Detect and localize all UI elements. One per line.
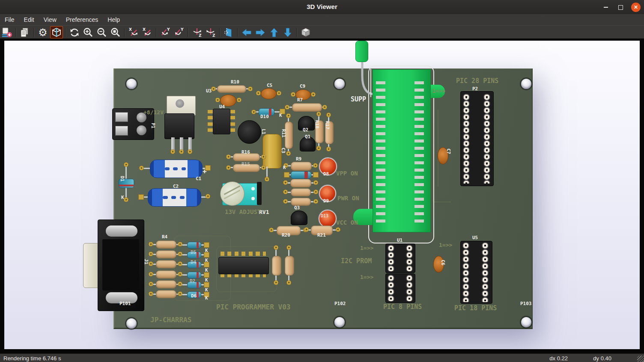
- svg-text:X: X: [143, 27, 146, 32]
- rendering-time-text: Rendering time 6.746 s: [3, 355, 61, 362]
- arrow-down-icon: [282, 27, 293, 38]
- toolbar-separator: [296, 28, 297, 37]
- 3d-cube-icon: [51, 27, 62, 38]
- minimize-button[interactable]: [601, 3, 611, 12]
- component-ref-label: U5: [472, 235, 478, 240]
- zoom-out-icon: [96, 27, 107, 38]
- component-ref-label: K: [205, 296, 208, 300]
- copy-image-icon: [19, 27, 30, 38]
- board-labels-layer: U3R10C5C9R7U4D10KQ2Q1R18R17R11C3L1R16R15…: [114, 69, 532, 328]
- title-bar: 3D Viewer ✕: [0, 0, 644, 14]
- refresh-view-button[interactable]: [68, 26, 81, 39]
- component-ref-label: C2: [173, 184, 179, 189]
- component-ref-label: R16: [242, 150, 250, 154]
- move-left-button[interactable]: [240, 26, 253, 39]
- flip-board-button[interactable]: [222, 26, 235, 39]
- menu-preferences[interactable]: Preferences: [61, 15, 103, 25]
- orthographic-projection-button[interactable]: [299, 26, 312, 39]
- svg-text:Z: Z: [212, 33, 215, 38]
- move-down-button[interactable]: [281, 26, 294, 39]
- rotate-x-cw-icon: X: [128, 27, 139, 38]
- menu-file[interactable]: File: [0, 15, 19, 25]
- component-ref-label: Q3: [294, 205, 300, 210]
- dx-value: dx 0.22: [549, 355, 568, 362]
- arrow-right-icon: [255, 27, 266, 38]
- export-image-button[interactable]: [0, 26, 13, 39]
- rotate-x-ccw-icon: X: [142, 27, 153, 38]
- silkscreen-text: 1=>>: [360, 274, 373, 280]
- component-ref-label: Q2: [303, 128, 308, 132]
- component-ref-label: SUPP: [351, 96, 366, 103]
- status-bar: Rendering time 6.746 s dx 0.22 dy 0.40: [0, 353, 644, 362]
- settings-button[interactable]: ⚙: [36, 26, 49, 39]
- 3d-viewport[interactable]: U3R10C5C9R7U4D10KQ2Q1R18R17R11C3L1R16R15…: [4, 41, 640, 349]
- component-ref-label: P101: [119, 301, 131, 306]
- svg-text:Z: Z: [199, 33, 202, 38]
- arrow-left-icon: [241, 27, 252, 38]
- render-current-view-button[interactable]: [50, 26, 63, 39]
- component-ref-label: P1: [151, 123, 155, 128]
- move-up-button[interactable]: [268, 26, 280, 39]
- rotate-y-cw-button[interactable]: Y: [159, 26, 172, 39]
- silkscreen-text: 1=>>: [439, 242, 452, 248]
- zoom-fit-icon: [110, 27, 121, 38]
- component-ref-label: J1: [144, 259, 149, 264]
- component-ref-label: U4: [219, 104, 225, 109]
- component-ref-label: P2: [472, 86, 478, 91]
- component-ref-label: C9: [300, 84, 305, 89]
- component-ref-label: R11: [281, 129, 286, 138]
- maximize-button[interactable]: [616, 3, 625, 12]
- component-ref-label: D10: [260, 114, 269, 119]
- toolbar: ⚙ X X Y Y Z Z: [0, 25, 644, 39]
- pcb-board: U3R10C5C9R7U4D10KQ2Q1R18R17R11C3L1R16R15…: [113, 68, 533, 329]
- rotate-x-cw-button[interactable]: X: [127, 26, 140, 39]
- component-ref-label: R17: [325, 121, 330, 130]
- component-ref-label: R4: [162, 234, 167, 239]
- component-ref-label: R20: [282, 233, 290, 237]
- zoom-to-fit-button[interactable]: [109, 26, 122, 39]
- component-ref-label: K: [205, 248, 208, 253]
- silkscreen-text: PIC 18 PINS: [454, 305, 497, 312]
- component-ref-label: K: [205, 268, 208, 273]
- move-right-button[interactable]: [254, 26, 267, 39]
- silkscreen-text: PWR ON: [337, 195, 359, 201]
- silkscreen-text: PIC 8 PINS: [383, 304, 422, 310]
- component-ref-label: U1: [397, 238, 402, 243]
- window-title: 3D Viewer: [0, 3, 644, 10]
- silkscreen-text: 1=>>: [360, 245, 373, 251]
- component-ref-label: K: [205, 258, 208, 263]
- component-ref-label: D13: [321, 214, 328, 218]
- rotate-z-ccw-button[interactable]: Z: [204, 26, 217, 39]
- silkscreen-text: PIC 28 PINS: [456, 78, 498, 84]
- menu-help[interactable]: Help: [103, 15, 125, 25]
- arrow-up-icon: [268, 27, 280, 38]
- zoom-out-button[interactable]: [95, 26, 108, 39]
- close-button[interactable]: ✕: [631, 3, 641, 12]
- component-ref-label: C6: [441, 260, 445, 265]
- zoom-in-button[interactable]: [82, 26, 95, 39]
- menu-view[interactable]: View: [39, 15, 61, 25]
- component-ref-label: R15: [242, 162, 250, 166]
- rotate-x-ccw-button[interactable]: X: [141, 26, 154, 39]
- component-ref-label: D6: [191, 294, 197, 298]
- component-ref-label: R10: [231, 80, 239, 84]
- component-ref-label: P103: [520, 301, 532, 306]
- component-ref-label: Q1: [305, 134, 310, 139]
- minimize-icon: [604, 7, 608, 8]
- component-ref-label: D5: [191, 250, 196, 255]
- component-ref-label: L1: [261, 129, 266, 134]
- rotate-z-cw-button[interactable]: Z: [191, 26, 203, 39]
- rotate-z-ccw-icon: Z: [205, 27, 216, 38]
- copy-image-button[interactable]: [18, 26, 31, 39]
- rotate-y-ccw-button[interactable]: Y: [173, 26, 185, 39]
- resize-grip[interactable]: [637, 356, 644, 362]
- rotate-y-ccw-icon: Y: [173, 27, 185, 38]
- refresh-icon: [69, 27, 80, 38]
- menu-edit[interactable]: Edit: [19, 15, 39, 25]
- flip-board-icon: [223, 27, 234, 38]
- rotate-y-cw-icon: Y: [160, 27, 171, 38]
- silkscreen-text: VPP ON: [336, 170, 358, 176]
- component-ref-label: R9: [296, 157, 301, 161]
- component-ref-label: K: [279, 113, 282, 118]
- component-ref-label: C3: [281, 148, 286, 153]
